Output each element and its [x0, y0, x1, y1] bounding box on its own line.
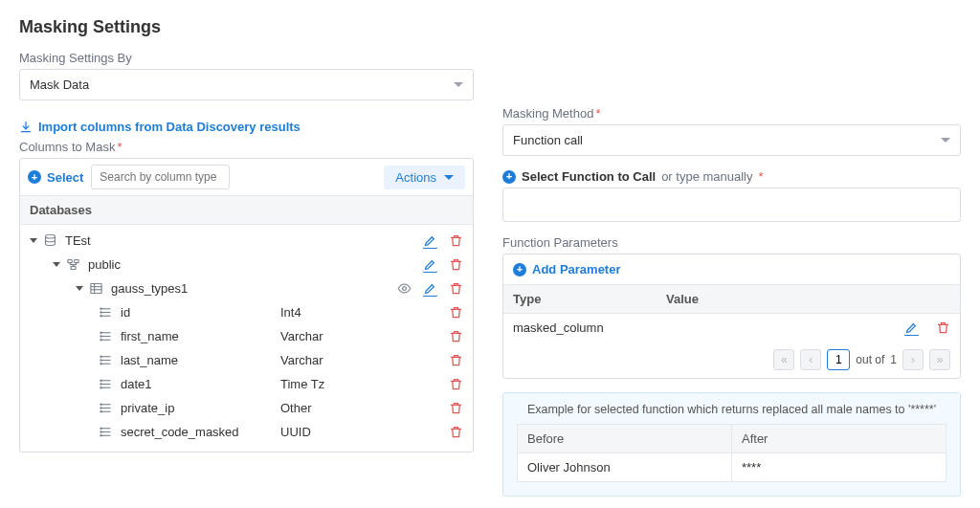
tree-db-label: TEst	[65, 233, 91, 248]
pager-first[interactable]: «	[773, 349, 794, 370]
example-before-value: Oliver Johnson	[518, 453, 732, 481]
example-after-value: ****	[732, 453, 946, 481]
column-icon	[99, 305, 113, 320]
tree-column-row[interactable]: secret_code_maskedUUID	[20, 420, 473, 444]
tree-schema-row[interactable]: public	[20, 253, 473, 276]
tree-schema-label: public	[88, 257, 121, 272]
column-icon	[99, 353, 113, 367]
chevron-down-icon	[941, 138, 950, 143]
edit-icon[interactable]	[423, 281, 437, 296]
plus-icon: +	[28, 170, 41, 184]
tree-column-row[interactable]: private_ipOther	[20, 396, 473, 420]
masking-method-value: Function call	[513, 133, 583, 147]
columns-to-mask-label: Columns to Mask	[19, 140, 474, 154]
tree-column-row[interactable]: date1Time Tz	[20, 372, 473, 396]
params-th-type: Type	[513, 292, 666, 306]
chevron-down-icon	[53, 262, 60, 267]
tree-column-name: private_ip	[121, 401, 174, 415]
pager-total: 1	[890, 353, 897, 366]
masking-method-label: Masking Method	[502, 106, 961, 121]
tree-column-row[interactable]: first_nameVarchar	[20, 324, 473, 348]
delete-icon[interactable]	[449, 281, 463, 296]
svg-point-0	[46, 234, 56, 238]
delete-icon[interactable]	[449, 401, 463, 415]
param-row: masked_column	[503, 314, 960, 342]
chevron-down-icon	[454, 82, 463, 87]
settings-by-label: Masking Settings By	[19, 51, 961, 65]
tree-column-type: Time Tz	[280, 377, 449, 391]
example-box: Example for selected function which retu…	[502, 392, 961, 497]
select-button[interactable]: + Select	[28, 170, 83, 185]
svg-rect-4	[91, 284, 101, 294]
chevron-down-icon	[444, 175, 454, 180]
delete-icon[interactable]	[936, 320, 950, 335]
select-button-label: Select	[47, 170, 83, 185]
plus-icon: +	[513, 263, 526, 276]
settings-by-value: Mask Data	[30, 77, 89, 92]
function-input[interactable]	[502, 188, 961, 222]
select-function-hint: or type manually	[661, 169, 752, 184]
edit-icon[interactable]	[904, 320, 919, 335]
svg-rect-3	[71, 266, 76, 269]
chevron-down-icon	[30, 238, 37, 243]
tree-column-row[interactable]: idInt4	[20, 300, 473, 324]
delete-icon[interactable]	[449, 329, 463, 343]
column-icon	[99, 425, 113, 439]
select-function-label[interactable]: Select Function to Call	[522, 169, 656, 184]
tree-column-name: last_name	[121, 353, 178, 367]
tree-column-name: date1	[121, 377, 152, 391]
pager: « ‹ out of 1 › »	[503, 342, 960, 378]
tree-table-row[interactable]: gauss_types1	[20, 276, 473, 300]
delete-icon[interactable]	[449, 233, 463, 248]
example-title: Example for selected function which retu…	[517, 403, 947, 416]
import-columns-label: Import columns from Data Discovery resul…	[38, 120, 301, 134]
tree-column-name: id	[121, 305, 130, 320]
tree-column-type: Other	[280, 401, 449, 415]
pager-page-input[interactable]	[827, 349, 850, 370]
pager-prev[interactable]: ‹	[800, 349, 821, 370]
chevron-down-icon	[76, 286, 83, 291]
delete-icon[interactable]	[449, 377, 463, 391]
masking-method-dropdown[interactable]: Function call	[502, 124, 961, 156]
actions-dropdown[interactable]: Actions	[384, 166, 465, 189]
database-icon	[43, 233, 57, 248]
column-icon	[99, 401, 113, 415]
eye-icon[interactable]	[397, 281, 412, 296]
pager-last[interactable]: »	[929, 349, 950, 370]
settings-by-dropdown[interactable]: Mask Data	[19, 69, 474, 100]
import-columns-link[interactable]: Import columns from Data Discovery resul…	[19, 120, 474, 134]
page-title: Masking Settings	[19, 17, 961, 37]
plus-icon[interactable]: +	[502, 170, 516, 184]
databases-header: Databases	[20, 196, 473, 225]
tree-column-type: Varchar	[280, 353, 449, 367]
tree-column-type: Varchar	[280, 329, 449, 343]
delete-icon[interactable]	[449, 353, 463, 367]
example-after-header: After	[732, 425, 946, 453]
add-parameter-label: Add Parameter	[532, 262, 620, 276]
delete-icon[interactable]	[449, 257, 463, 272]
tree-column-type: Int4	[280, 305, 449, 320]
schema-icon	[66, 257, 80, 272]
delete-icon[interactable]	[449, 305, 463, 320]
pager-next[interactable]: ›	[902, 349, 924, 370]
column-icon	[99, 329, 113, 343]
example-before-header: Before	[518, 425, 732, 453]
example-table: Before After Oliver Johnson ****	[517, 424, 947, 482]
tree-db-row[interactable]: TEst	[20, 229, 473, 253]
columns-panel: + Select Actions Databases TE	[19, 158, 474, 453]
table-icon	[89, 281, 103, 296]
params-th-value: Value	[666, 292, 699, 306]
svg-rect-1	[68, 260, 72, 263]
edit-icon[interactable]	[423, 233, 437, 248]
edit-icon[interactable]	[423, 257, 437, 272]
svg-rect-2	[75, 260, 78, 263]
function-parameters-label: Function Parameters	[502, 235, 961, 250]
delete-icon[interactable]	[449, 425, 463, 439]
actions-label: Actions	[395, 170, 436, 185]
search-input[interactable]	[91, 165, 230, 189]
tree-column-name: first_name	[121, 329, 179, 343]
tree-column-row[interactable]: last_nameVarchar	[20, 348, 473, 372]
pager-out-of: out of	[856, 353, 884, 366]
columns-tree: TEst public	[20, 225, 473, 452]
add-parameter-button[interactable]: + Add Parameter	[503, 254, 960, 285]
